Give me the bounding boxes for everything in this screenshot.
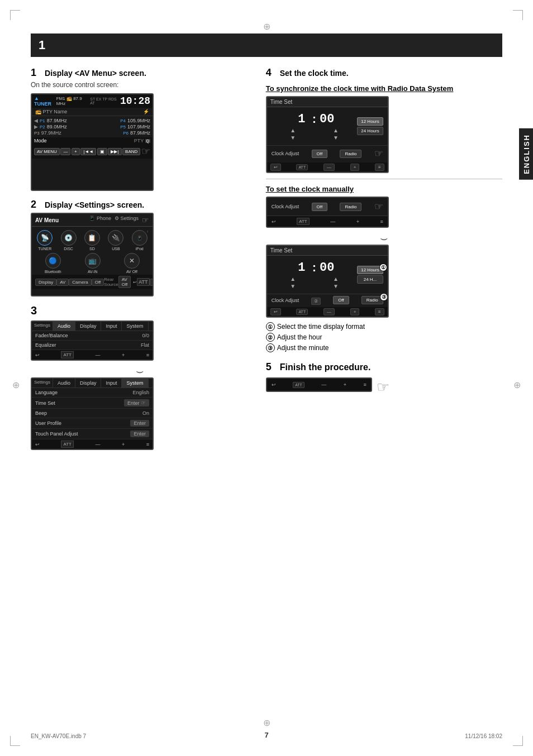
minus-btn-av[interactable]: — — [150, 279, 154, 286]
tab-display2[interactable]: Display — [75, 379, 102, 387]
main-columns: 1 Display <AV Menu> screen. On the sourc… — [31, 67, 502, 454]
radio-btn-2[interactable]: Radio — [340, 203, 361, 211]
step1-container: 1 Display <AV Menu> screen. On the sourc… — [31, 67, 249, 191]
clock-adjust-row-2: Clock Adjust Off Radio ☞ — [267, 198, 388, 216]
minute-up-2[interactable]: ▲ — [333, 276, 339, 282]
minute-down[interactable]: ▼ — [333, 135, 339, 141]
minute-up[interactable]: ▲ — [333, 127, 339, 133]
12hours-btn-2[interactable]: 12 Hours ① — [357, 266, 383, 274]
av-icon-sd[interactable]: 📋 SD — [84, 230, 100, 251]
tab-system[interactable]: System — [122, 322, 148, 331]
menu-footer-1[interactable]: ≡ — [375, 164, 384, 171]
menu-footer-2[interactable]: ≡ — [375, 308, 384, 315]
hour-down-2[interactable]: ▼ — [290, 283, 296, 289]
minus-footer-1[interactable]: — — [323, 164, 335, 171]
fader-balance-row: Fader/Balance 0/0 — [32, 331, 153, 341]
center-btn[interactable]: ▣ — [97, 148, 107, 155]
minus-footer-2[interactable]: — — [323, 308, 335, 315]
touch-panel-row: Touch Panel Adjust Enter — [32, 429, 153, 439]
settings-audio-screen: Settings Audio Display Input System Fade… — [31, 320, 154, 361]
next-btn[interactable]: ▶▶| — [108, 148, 121, 155]
hand-icon-1: ☞ — [141, 145, 150, 157]
av-btn[interactable]: AV — [56, 279, 69, 286]
av-icon-avoff[interactable]: ✕ AV Off — [124, 253, 140, 274]
tab-system2[interactable]: System — [122, 379, 148, 387]
band-btn[interactable]: BAND — [122, 148, 140, 155]
av-icon-usb[interactable]: 🔌 USB — [108, 230, 123, 251]
back-btn-2[interactable]: ↩ — [270, 308, 281, 315]
radio-btn-1[interactable]: Radio — [340, 150, 361, 158]
prev-btn[interactable]: |◄◄ — [80, 148, 96, 155]
att-btn-2[interactable]: ATT — [296, 309, 308, 315]
time-colon: : — [312, 112, 316, 126]
step3-number: 3 — [31, 304, 249, 317]
footer-left: EN_KW-AV70E.indb 7 — [31, 733, 86, 739]
av-icon-disc[interactable]: 💿 DISC — [61, 230, 77, 251]
back-btn-1[interactable]: ↩ — [270, 164, 281, 171]
equalizer-label: Equalizer — [35, 342, 56, 348]
av-icon-tuner[interactable]: 📡 TUNER — [37, 230, 53, 251]
beep-row: Beep On — [32, 409, 153, 418]
step4-container: 4 Set the clock time. To synchronize the… — [266, 67, 502, 396]
24hours-btn-2[interactable]: 24 H... — [357, 275, 383, 284]
right-column: 4 Set the clock time. To synchronize the… — [266, 67, 502, 454]
display-btn[interactable]: Display — [35, 279, 56, 286]
circle-2: ② — [266, 333, 275, 342]
hour-up-2[interactable]: ▲ — [290, 276, 296, 282]
minute-display: 00 — [318, 112, 335, 126]
equalizer-value: Flat — [141, 342, 149, 348]
tuner-flags: ST EX TP RDS AT — [90, 97, 120, 105]
plus-footer-1[interactable]: + — [350, 164, 360, 171]
settings-footer-audio: ↩ ATT — + ≡ — [32, 350, 153, 360]
hour-up[interactable]: ▲ — [290, 127, 296, 133]
av-icon-ipod[interactable]: 📱 ↓ iPod — [132, 230, 147, 251]
up-arrows-2: ▲ ▲ — [272, 276, 358, 282]
down-arrows-2: ▼ ▼ — [272, 283, 358, 289]
time-set-value: Enter ☞ — [124, 399, 149, 406]
fader-value: 0/0 — [142, 333, 149, 338]
curved-arrow-1: ⌣ — [31, 364, 249, 379]
fader-label: Fader/Balance — [35, 333, 68, 338]
settings-label2: Settings — [32, 379, 53, 387]
annotation-2-text: Adjust the hour — [277, 333, 322, 341]
hour-down[interactable]: ▼ — [290, 135, 296, 141]
tab-input[interactable]: Input — [101, 322, 122, 331]
plus-footer-2[interactable]: + — [350, 308, 360, 315]
tuner-screen: ▲ TUNER FM1 📻 87.9 MHz ST EX TP RDS AT 1… — [31, 93, 154, 191]
plus-btn[interactable]: + — [72, 148, 80, 155]
tuner-header: ▲ TUNER FM1 📻 87.9 MHz ST EX TP RDS AT 1… — [32, 94, 153, 108]
av-icon-bt[interactable]: 🔵 Bluetooth — [45, 253, 61, 274]
time-set-row[interactable]: Time Set Enter ☞ — [32, 398, 153, 409]
station-row-1: ◀ P1 87.9MHz P4 105.9MHz — [34, 118, 150, 123]
clock-adjust-label-1: Clock Adjust — [272, 151, 299, 156]
off-btn[interactable]: Off — [92, 279, 104, 286]
tab-audio[interactable]: Audio — [53, 322, 75, 331]
off-btn-2[interactable]: Off — [312, 203, 328, 211]
tuner-time: 10:28 — [120, 95, 150, 107]
att-btn-1[interactable]: ATT — [296, 164, 308, 170]
tab-display[interactable]: Display — [75, 322, 102, 331]
minus-btn[interactable]: — — [60, 148, 70, 155]
step3-container: 3 Settings Audio Display Input System Fa… — [31, 304, 249, 450]
hours-buttons-2: 12 Hours ① 24 H... — [357, 266, 383, 284]
av-icons-row-2: 🔵 Bluetooth 📺 AV-IN ✕ AV Off — [32, 252, 153, 275]
station-row-2: ▶ P2 89.0MHz P5 107.9MHz — [34, 124, 150, 130]
settings-footer-system: ↩ ATT — + ≡ — [32, 439, 153, 449]
av-off-btn[interactable]: AV Off — [118, 276, 131, 288]
tab-input2[interactable]: Input — [101, 379, 122, 387]
hour-display-2: 1 — [293, 261, 310, 275]
tuner-freq: FM1 📻 87.9 MHz — [56, 96, 91, 106]
corner-mark-tl — [10, 10, 20, 20]
clock-adjust-screen: Clock Adjust Off Radio ☞ ↩ ATT — + ≡ — [266, 197, 389, 228]
av-icon-avin[interactable]: 📺 AV-IN — [85, 253, 101, 274]
camera-btn[interactable]: Camera — [69, 279, 91, 286]
av-menu-btn[interactable]: AV MENU — [34, 148, 60, 155]
12hours-btn[interactable]: 12 Hours — [357, 117, 383, 126]
language-row: Language English — [32, 388, 153, 398]
tab-audio2[interactable]: Audio — [53, 379, 75, 387]
off-btn-1[interactable]: Off — [312, 150, 328, 158]
minute-down-2[interactable]: ▼ — [333, 283, 339, 289]
off-btn-3[interactable]: Off — [333, 296, 349, 304]
annotation-2-badge-area: ② — [311, 298, 321, 305]
24hours-btn[interactable]: 24 Hours — [357, 127, 383, 135]
